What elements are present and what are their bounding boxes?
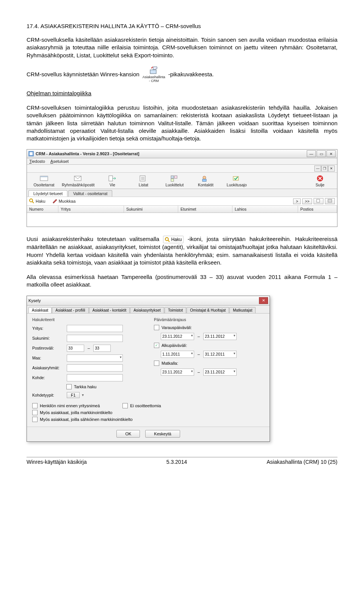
checkbox-varaus[interactable] [154,325,159,330]
checkbox-matkalla[interactable] [154,361,159,366]
lists-icon [139,175,147,182]
close-button[interactable]: ✕ [326,150,336,157]
nav-extra-2[interactable] [325,198,335,204]
tab-asiakasyritykset[interactable]: Asiakasyritykset [130,307,164,313]
toolbar: Osoitetarrat Ryhmäsähköpostit Vie Listat… [27,173,337,189]
row-check3: Myös asiakkaat, joilla markkinointikielt… [32,410,264,415]
row-matkalla: Matkalla: [154,361,264,366]
button-kohdetyypit[interactable]: F1 [67,392,80,398]
row-sukunimi: Sukunimi: [32,335,143,342]
label-kohde: Kohde: [32,375,64,380]
date-alku-to[interactable]: 31.12.2011 [203,351,237,358]
dialog-title: Kysely [28,298,259,303]
tab-omistajat-huoltajat[interactable]: Omistajat & Huoltajat [187,307,229,313]
input-postinro-from[interactable]: 33 [67,345,84,352]
cancel-button[interactable]: Keskeytä [145,430,180,438]
checkbox-alku[interactable] [154,343,159,348]
edit-icon [52,198,58,204]
section-heading: 17.4. ASIAKASREKISTERIN HALLINTA JA KÄYT… [27,23,337,29]
right-group-label: Päivämäärärajaus [154,317,264,322]
checkbox-nimi-ennen[interactable] [32,403,38,408]
haku-button[interactable]: Haku [29,198,46,204]
tabs-row: Löydetyt tietueet Valitut - osoitetarrat [27,189,337,197]
mdi-restore[interactable]: ❐ [321,165,328,172]
checkbox-sahkoinen-markkinointikielto[interactable] [32,417,38,422]
batch-icon [232,175,241,182]
kohdetyypit-more-icon[interactable]: ▾ [82,393,84,397]
label-postinrovali: Postinroväli: [32,346,64,350]
intro-paragraph: CRM-sovelluksella käsitellään asiakasrek… [27,36,337,59]
tool-sulje[interactable]: Sulje [304,174,336,188]
mdi-minimize[interactable]: — [314,165,321,172]
tool-luokitusajo-label: Luokitusajo [227,183,247,187]
label-varaus: Varauspäiväväli: [162,325,192,330]
col-postios[interactable]: Postios [298,206,337,213]
menu-tiedosto[interactable]: Tiedosto [29,159,45,164]
tab-matkustajat[interactable]: Matkustajat [229,307,256,313]
tool-luokitusajo[interactable]: Luokitusajo [221,174,252,188]
date-matkalla-from[interactable]: 23.11.2012 [161,369,194,376]
checkbox-markkinointikielto[interactable] [32,410,38,415]
titlebar: CRM - Asiakashallinta - Versio 2.9023 - … [27,150,337,158]
crm-app-window: CRM - Asiakashallinta - Versio 2.9023 - … [27,149,337,227]
tab-valitut[interactable]: Valitut - osoitetarrat [68,190,112,197]
checkbox-ei-osoitteettomia[interactable] [122,403,128,408]
combo-maa[interactable] [67,354,123,362]
maximize-button[interactable]: ▭ [317,150,326,157]
input-yritys[interactable] [67,325,123,332]
input-kohde[interactable] [67,374,123,381]
muokkaa-button[interactable]: Muokkaa [52,198,76,204]
tool-kontaktit[interactable]: Kontaktit [190,174,221,188]
ok-button[interactable]: OK [116,430,140,438]
col-etunimet[interactable]: Etunimet [178,206,232,213]
tool-listat[interactable]: Listat [128,174,159,188]
row-check4: Myös asiakkaat, joilla sähköinen markkin… [32,417,264,422]
dialog-close-button[interactable]: ✕ [259,297,268,304]
checkbox-tarkka[interactable] [66,384,72,389]
nav-next[interactable]: > [293,198,301,204]
menu-asetukset[interactable]: Asetukset [50,159,69,164]
tab-toimistot[interactable]: Toimistot [165,307,186,313]
input-sukunimi[interactable] [67,335,123,342]
search-pre: Uusi asiakasrekisterihaku toteutetaan va… [27,236,159,242]
nav-extra-1[interactable] [314,198,323,204]
label-check4: Myös asiakkaat, joilla sähköinen markkin… [40,417,133,422]
col-yritys[interactable]: Yritys [58,206,124,213]
date-alku-from[interactable]: 1.11.2011 [161,351,194,358]
tab-asiakkaat[interactable]: Asiakkaat [28,307,52,313]
col-lahios[interactable]: Lahios [232,206,298,213]
svg-rect-15 [202,179,206,181]
right-column: Päivämäärärajaus Varauspäiväväli: 23.11.… [154,317,264,401]
minimize-button[interactable]: — [307,150,316,157]
input-postinro-to[interactable]: 33 [93,345,111,352]
tool-ryhmasahkopostit[interactable]: Ryhmäsähköpostit [60,174,97,188]
page-footer: Winres-käyttäjän käsikirja 5.3.2014 Asia… [27,457,337,465]
dialog-body: Hakukriteerit Yritys: Sukunimi: Postinro… [27,313,270,403]
tab-asiakkaat-kontaktit[interactable]: Asiakkaat - kontaktit [89,307,130,313]
left-group-label: Hakukriteerit [32,317,143,322]
row-yritys: Yritys: [32,325,143,332]
grid-body[interactable] [27,213,337,227]
nav-last[interactable]: >> [302,198,312,204]
row-check2: Ei osoitteettomia [122,403,161,408]
tool-osoitetarrat[interactable]: Osoitetarrat [28,174,60,188]
mdi-close[interactable]: ✕ [328,165,335,172]
tool-luokittelut[interactable]: Luokittelut [159,174,190,188]
row-tarkka: Tarkka haku [66,384,143,389]
tool-vie[interactable]: Vie [97,174,128,188]
input-asiakasryhmat[interactable] [67,364,123,372]
logic-text: CRM-sovelluksen toimintalogiikka perustu… [27,104,337,142]
tool-listat-label: Listat [139,183,148,187]
tab-asiakkaat-profiili[interactable]: Asiakkaat - profiili [52,307,88,313]
tab-loydetyt[interactable]: Löydetyt tietueet [28,190,67,197]
contacts-icon [201,175,210,182]
svg-rect-4 [40,176,48,177]
launch-line: CRM-sovellus käynnistetään Winres-kansio… [27,66,337,83]
col-numero[interactable]: Numero [27,206,58,213]
label-matkalla: Matkalla: [162,361,178,365]
date-matkalla-to[interactable]: 23.11.2012 [203,369,237,376]
date-varaus-to[interactable]: 23.11.2012 [203,333,237,340]
col-sukunimi[interactable]: Sukunimi [124,206,178,213]
window-title: CRM - Asiakashallinta - Versio 2.9023 - … [36,151,307,156]
date-varaus-from[interactable]: 23.11.2012 [161,333,194,340]
